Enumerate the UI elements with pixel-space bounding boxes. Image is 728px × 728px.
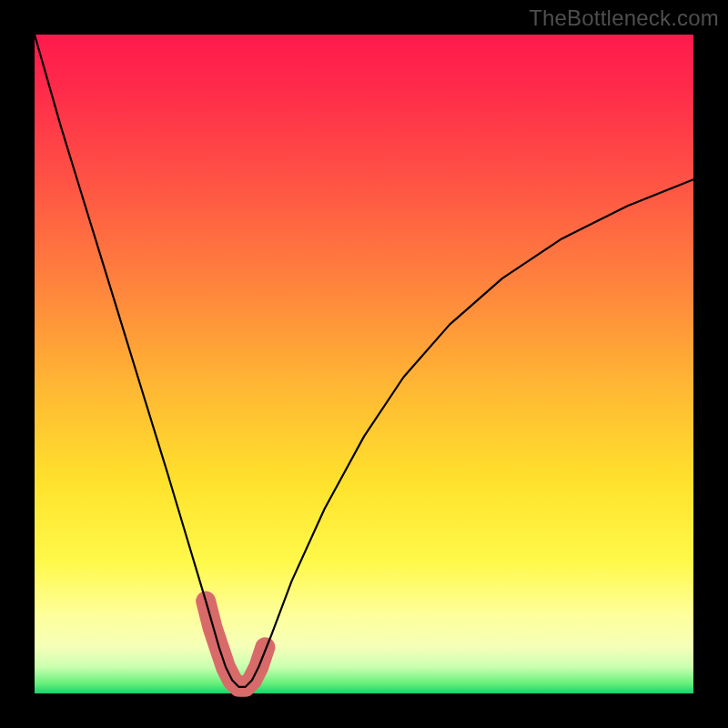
curve-main xyxy=(35,35,693,687)
plot-area xyxy=(35,35,693,693)
bottleneck-curve xyxy=(35,35,693,693)
highlight-band xyxy=(206,602,265,687)
chart-frame: TheBottleneck.com xyxy=(0,0,728,728)
watermark-text: TheBottleneck.com xyxy=(529,5,719,31)
